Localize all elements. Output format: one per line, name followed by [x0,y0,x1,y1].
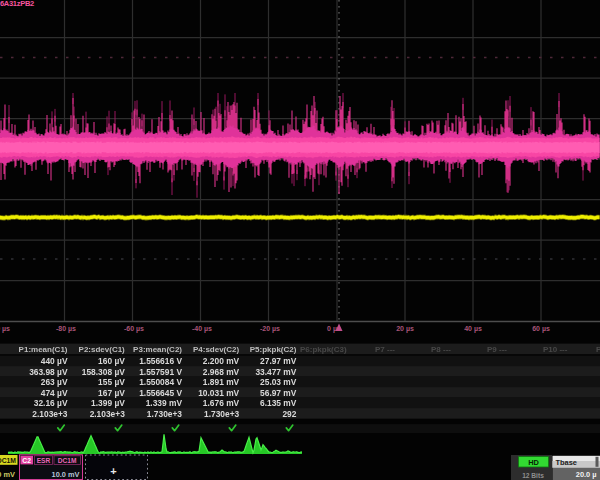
svg-text:P8 ---: P8 --- [431,345,451,354]
svg-text:1.550084 V: 1.550084 V [139,377,182,387]
svg-text:P9 ---: P9 --- [487,345,507,354]
svg-text:1.730e+3: 1.730e+3 [147,409,183,419]
svg-text:-40 µs: -40 µs [192,325,212,333]
svg-text:1.557591 V: 1.557591 V [139,367,182,377]
svg-text:P7 ---: P7 --- [375,345,395,354]
svg-text:0 mV: 0 mV [0,470,15,479]
svg-text:-60 µs: -60 µs [124,325,144,333]
svg-text:C2: C2 [22,457,31,464]
svg-text:2.200 mV: 2.200 mV [203,356,240,366]
svg-text:2.103e+3: 2.103e+3 [32,409,68,419]
svg-text:-20 µs: -20 µs [260,325,280,333]
svg-text:1.676 mV: 1.676 mV [203,398,240,408]
svg-text:440 µV: 440 µV [41,356,68,366]
svg-text:10.0 mV: 10.0 mV [52,470,80,479]
svg-text:Tbase: Tbase [556,458,577,467]
svg-text:12 Bits: 12 Bits [522,472,544,479]
svg-text:1.399 µV: 1.399 µV [91,398,125,408]
svg-text:P1: P1 [596,345,600,354]
svg-text:-100 µs: -100 µs [0,325,10,333]
svg-text:DC1M: DC1M [58,457,77,464]
svg-text:10.031 mV: 10.031 mV [198,388,239,398]
svg-text:474 µV: 474 µV [41,388,68,398]
svg-text:167 µV: 167 µV [98,388,125,398]
svg-text:P10 ---: P10 --- [543,345,568,354]
svg-text:P3:mean(C2): P3:mean(C2) [133,345,182,354]
svg-text:1.730e+3: 1.730e+3 [204,409,240,419]
svg-text:56.97 mV: 56.97 mV [260,388,297,398]
svg-text:2.103e+3: 2.103e+3 [90,409,126,419]
svg-text:20 µs: 20 µs [396,325,414,333]
svg-text:363.98 µV: 363.98 µV [29,367,68,377]
svg-text:27.97 mV: 27.97 mV [260,356,297,366]
svg-text:158.308 µV: 158.308 µV [82,367,125,377]
svg-text:HD: HD [528,458,539,467]
svg-text:DC1M: DC1M [0,457,16,464]
svg-text:6A31zPB2: 6A31zPB2 [0,0,34,8]
svg-text:6.135 mV: 6.135 mV [260,398,297,408]
svg-text:-80 µs: -80 µs [56,325,76,333]
svg-text:25.03 mV: 25.03 mV [260,377,297,387]
svg-text:160 µV: 160 µV [98,356,125,366]
svg-text:1.556645 V: 1.556645 V [139,388,182,398]
svg-text:P6:pkpk(C3): P6:pkpk(C3) [300,345,347,354]
svg-text:40 µs: 40 µs [464,325,482,333]
svg-text:155 µV: 155 µV [98,377,125,387]
svg-text:ESR: ESR [37,457,51,464]
svg-text:P5:pkpk(C2): P5:pkpk(C2) [250,345,297,354]
svg-text:+: + [110,465,116,477]
svg-text:60 µs: 60 µs [532,325,550,333]
svg-text:2.968 mV: 2.968 mV [203,367,240,377]
svg-text:P2:sdev(C1): P2:sdev(C1) [79,345,126,354]
svg-text:1.556616 V: 1.556616 V [139,356,182,366]
svg-text:P1:mean(C1): P1:mean(C1) [19,345,68,354]
svg-text:1.339 mV: 1.339 mV [146,398,183,408]
svg-text:33.477 mV: 33.477 mV [255,367,296,377]
svg-text:292: 292 [282,409,296,419]
svg-text:20.0 µ: 20.0 µ [576,470,597,479]
svg-text:P4:sdev(C2): P4:sdev(C2) [193,345,240,354]
svg-text:263 µV: 263 µV [41,377,68,387]
svg-text:32.16 µV: 32.16 µV [34,398,68,408]
svg-text:1.891 mV: 1.891 mV [203,377,240,387]
